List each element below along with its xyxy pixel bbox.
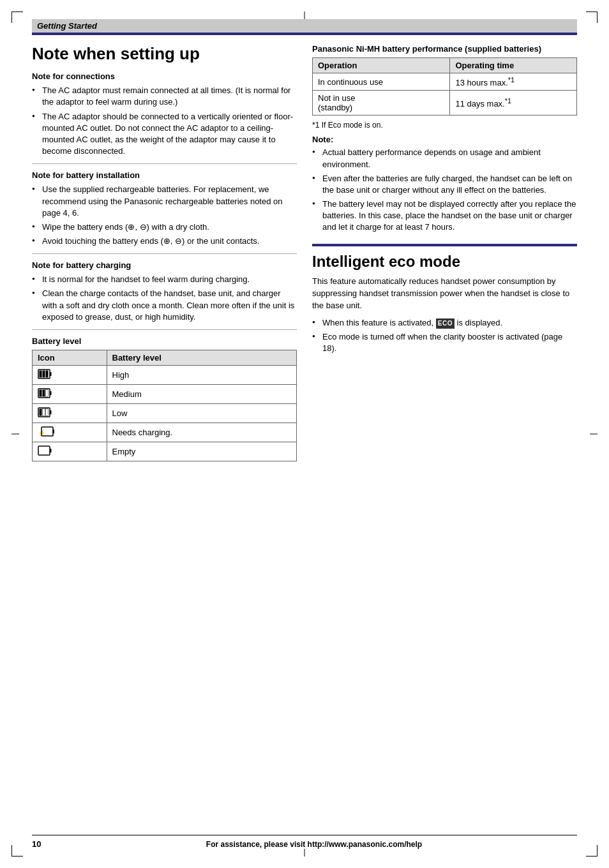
battery-level-heading: Battery level: [32, 336, 297, 346]
connections-list: The AC adaptor must remain connected at …: [32, 85, 297, 157]
divider-2: [32, 253, 297, 254]
battery-performance-heading: Panasonic Ni-MH battery performance (sup…: [312, 44, 577, 54]
battery-level-medium: Medium: [107, 385, 297, 404]
table-row: ⚡ Needs charging.: [33, 423, 297, 442]
table-row: Low: [33, 404, 297, 423]
battery-needs-charging-icon: ⚡: [38, 426, 54, 437]
battery-install-item-1: Use the supplied rechargeable batteries.…: [32, 184, 297, 219]
battery-icon-empty: [33, 442, 107, 461]
eco-mode-title: Intelligent eco mode: [312, 253, 577, 271]
svg-rect-8: [43, 390, 45, 397]
svg-rect-17: [53, 430, 54, 433]
svg-rect-2: [40, 371, 42, 378]
battery-medium-icon: [38, 387, 52, 399]
battery-level-empty: Empty: [107, 442, 297, 461]
eco-mode-item-2: Eco mode is turned off when the clarity …: [312, 331, 577, 354]
battery-install-item-3: Avoid touching the battery ends (⊕, ⊖) o…: [32, 236, 297, 247]
battery-icon-high: [33, 366, 107, 385]
svg-rect-9: [46, 390, 49, 397]
eco-mode-description: This feature automatically reduces hands…: [312, 276, 577, 312]
battery-high-icon: [38, 368, 52, 380]
connections-item-2: The AC adaptor should be connected to a …: [32, 111, 297, 158]
battery-icon-medium: [33, 385, 107, 404]
eco-badge: ECO: [436, 318, 455, 329]
battery-icon-low: [33, 404, 107, 423]
battery-charging-list: It is normal for the handset to feel war…: [32, 274, 297, 323]
svg-rect-13: [43, 409, 45, 416]
svg-rect-6: [50, 391, 52, 395]
note-list: Actual battery performance depends on us…: [312, 147, 577, 233]
svg-rect-1: [50, 372, 52, 376]
table-row: High: [33, 366, 297, 385]
battery-installation-heading: Note for battery installation: [32, 170, 297, 180]
note-item-1: Actual battery performance depends on us…: [312, 147, 577, 170]
note-item-3: The battery level may not be displayed c…: [312, 198, 577, 234]
svg-rect-11: [50, 410, 52, 414]
table-row: Empty: [33, 442, 297, 461]
connections-item-1: The AC adaptor must remain connected at …: [32, 85, 297, 108]
svg-rect-12: [40, 409, 42, 416]
footnote: *1 If Eco mode is on.: [312, 121, 577, 130]
eco-divider-bar: [312, 244, 577, 246]
two-column-layout: Note when setting up Note for connection…: [32, 44, 577, 467]
battery-table-header-level: Battery level: [107, 350, 297, 366]
svg-rect-19: [50, 449, 52, 453]
battery-table-header-icon: Icon: [33, 350, 107, 366]
battery-charging-item-1: It is normal for the handset to feel war…: [32, 274, 297, 285]
battery-charging-item-2: Clean the charge contacts of the handset…: [32, 288, 297, 323]
battery-level-table: Icon Battery level: [32, 350, 297, 461]
battery-installation-list: Use the supplied rechargeable batteries.…: [32, 184, 297, 247]
battery-install-item-2: Wipe the battery ends (⊕, ⊖) with a dry …: [32, 221, 297, 233]
footer-page-number: 10: [32, 839, 51, 849]
eco-mode-item-1: When this feature is activated, ECO is d…: [312, 317, 577, 329]
table-row: Medium: [33, 385, 297, 404]
perf-op-standby: Not in use(standby): [313, 91, 450, 116]
perf-table-header-op: Operation: [313, 58, 450, 73]
section-header: Getting Started: [32, 19, 577, 33]
svg-rect-14: [46, 409, 49, 416]
footer: 10 For assistance, please visit http://w…: [32, 835, 577, 849]
table-row: Not in use(standby) 11 days max.*1: [313, 91, 577, 116]
battery-empty-icon: [38, 445, 52, 456]
battery-performance-table: Operation Operating time In continuous u…: [312, 57, 577, 116]
left-column: Note when setting up Note for connection…: [32, 44, 297, 467]
svg-rect-4: [46, 371, 49, 378]
battery-level-needs-charging: Needs charging.: [107, 423, 297, 442]
eco-mode-list: When this feature is activated, ECO is d…: [312, 317, 577, 355]
connections-heading: Note for connections: [32, 71, 297, 81]
battery-level-high: High: [107, 366, 297, 385]
divider-1: [32, 163, 297, 164]
battery-level-low: Low: [107, 404, 297, 423]
battery-low-icon: [38, 407, 52, 418]
perf-time-standby: 11 days max.*1: [450, 91, 577, 116]
perf-time-continuous: 13 hours max.*1: [450, 73, 577, 91]
divider-3: [32, 329, 297, 330]
svg-rect-7: [40, 390, 42, 397]
table-row: In continuous use 13 hours max.*1: [313, 73, 577, 91]
right-column: Panasonic Ni-MH battery performance (sup…: [312, 44, 577, 467]
svg-rect-3: [43, 371, 45, 378]
perf-op-continuous: In continuous use: [313, 73, 450, 91]
battery-icon-needs-charging: ⚡: [33, 423, 107, 442]
note-label: Note:: [312, 135, 577, 144]
footer-text: For assistance, please visit http://www.…: [51, 840, 577, 849]
note-item-2: Even after the batteries are fully charg…: [312, 173, 577, 196]
page-title: Note when setting up: [32, 44, 297, 64]
svg-rect-18: [38, 446, 50, 455]
battery-charging-heading: Note for battery charging: [32, 260, 297, 270]
perf-table-header-time: Operating time: [450, 58, 577, 73]
header-bar: [32, 33, 577, 35]
